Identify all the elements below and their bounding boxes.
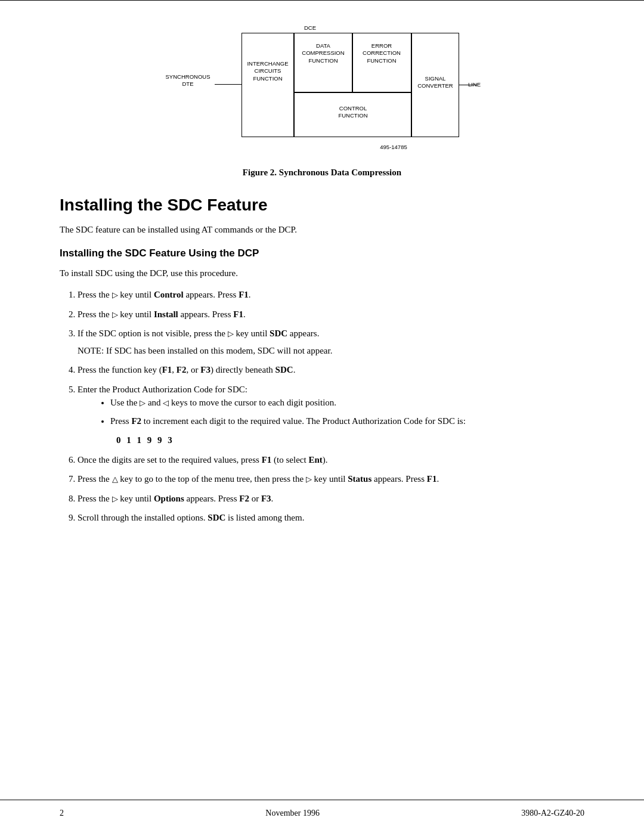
intro-text: The SDC feature can be installed using A…	[60, 223, 584, 237]
page: DCE SYNCHRONOUSDTE	[0, 0, 644, 833]
step-8-bold1: Options	[154, 494, 184, 503]
data-compression-label: DATACOMPRESSIONFUNCTION	[296, 42, 351, 64]
step-5-arrow1: ▷	[140, 398, 145, 407]
interchange-circuits-label: INTERCHANGECIRCUITSFUNCTION	[243, 60, 293, 82]
step-2: Press the ▷ key until Install appears. P…	[78, 308, 584, 321]
step-4-bold4: SDC	[275, 365, 293, 374]
step-6-bold2: Ent	[308, 455, 322, 465]
step-6: Once the digits are set to the required …	[78, 453, 584, 467]
step-5-bullet-2: Press F2 to increment each digit to the …	[110, 414, 584, 428]
step-3: If the SDC option is not visible, press …	[78, 327, 584, 357]
error-correction-label: ERRORCORRECTIONFUNCTION	[354, 42, 409, 64]
step-2-arrow: ▷	[112, 310, 118, 319]
footer-part-number: 3980-A2-GZ40-20	[521, 809, 584, 818]
step-3-text: If the SDC option is not visible, press …	[78, 329, 319, 338]
step-4-bold3: F3	[200, 365, 210, 374]
step-5-bullet-1: Use the ▷ and ◁ keys to move the cursor …	[110, 396, 584, 410]
step-7-bold2: F1	[427, 474, 437, 484]
step-2-bold1: Install	[154, 309, 178, 319]
step-7-arrow1: △	[112, 475, 118, 484]
signal-converter-label: SIGNALCONVERTER	[413, 75, 457, 90]
step-5-text: Enter the Product Authorization Code for…	[78, 385, 247, 394]
control-function-label: CONTROLFUNCTION	[296, 105, 410, 120]
subsection-title: Installing the SDC Feature Using the DCP	[60, 247, 584, 259]
footer-page-number: 2	[60, 809, 64, 818]
step-8-text: Press the ▷ key until Options appears. P…	[78, 494, 273, 503]
diagram-container: DCE SYNCHRONOUSDTE	[60, 24, 584, 178]
synchronous-dte-label: SYNCHRONOUSDTE	[161, 73, 215, 88]
step-3-arrow: ▷	[228, 329, 234, 338]
step-8-bold2: F2	[239, 494, 249, 503]
step-6-text: Once the digits are set to the required …	[78, 455, 327, 465]
step-1-text: Press the ▷ key until Control appears. P…	[78, 290, 251, 299]
step-9-text: Scroll through the installed options. SD…	[78, 513, 304, 522]
step-8-bold3: F3	[261, 494, 271, 503]
step-4-text: Press the function key (F1, F2, or F3) d…	[78, 365, 295, 374]
dte-line	[215, 84, 242, 85]
step-7-arrow2: ▷	[306, 475, 312, 484]
step-3-note: NOTE: If SDC has been installed on this …	[78, 344, 584, 358]
step-1-bold2: F1	[239, 290, 249, 299]
step-7-text: Press the △ key to go to the top of the …	[78, 474, 439, 484]
step-2-text: Press the ▷ key until Install appears. P…	[78, 309, 246, 319]
procedure-intro: To install SDC using the DCP, use this p…	[60, 267, 584, 280]
step-5-f2: F2	[131, 416, 141, 426]
auth-code: 0 1 1 9 9 3	[116, 433, 584, 447]
figure-caption: Figure 2. Synchronous Data Compression	[243, 168, 401, 178]
step-3-bold1: SDC	[270, 329, 287, 338]
step-9-bold1: SDC	[208, 513, 225, 522]
step-5-bullets: Use the ▷ and ◁ keys to move the cursor …	[110, 396, 584, 428]
step-4-bold1: F1	[162, 365, 172, 374]
bottom-rule	[0, 800, 644, 800]
step-7: Press the △ key to go to the top of the …	[78, 472, 584, 486]
step-1: Press the ▷ key until Control appears. P…	[78, 288, 584, 302]
diagram-wrapper: DCE SYNCHRONOUSDTE	[149, 24, 495, 162]
numbered-list: Press the ▷ key until Control appears. P…	[78, 288, 584, 525]
step-7-bold1: Status	[348, 474, 371, 484]
step-1-arrow: ▷	[112, 290, 118, 299]
step-4: Press the function key (F1, F2, or F3) d…	[78, 363, 584, 377]
step-8: Press the ▷ key until Options appears. P…	[78, 492, 584, 506]
section-title: Installing the SDC Feature	[60, 196, 584, 215]
step-6-bold1: F1	[262, 455, 272, 465]
step-5-arrow2: ◁	[163, 398, 169, 407]
step-2-bold2: F1	[233, 309, 243, 319]
footer: 2 November 1996 3980-A2-GZ40-20	[0, 809, 644, 818]
dce-label: DCE	[280, 24, 340, 32]
signal-line	[459, 85, 477, 85]
part-number: 495-14785	[358, 144, 429, 151]
step-8-arrow: ▷	[112, 494, 118, 503]
step-5: Enter the Product Authorization Code for…	[78, 383, 584, 447]
content-area: DCE SYNCHRONOUSDTE	[0, 1, 644, 566]
step-9: Scroll through the installed options. SD…	[78, 511, 584, 525]
step-1-bold1: Control	[154, 290, 184, 299]
footer-date: November 1996	[265, 809, 320, 818]
step-4-bold2: F2	[177, 365, 187, 374]
